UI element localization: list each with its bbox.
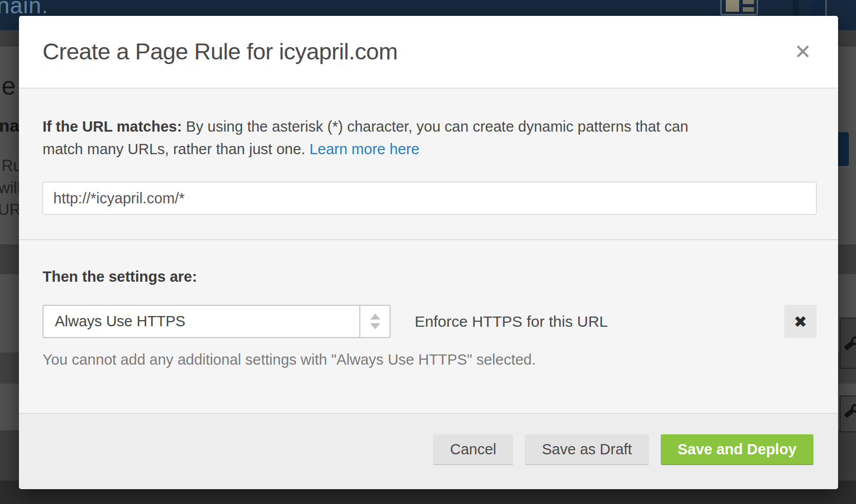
cancel-button[interactable]: Cancel xyxy=(433,434,513,464)
save-as-draft-button[interactable]: Save as Draft xyxy=(525,434,649,464)
setting-select[interactable]: Always Use HTTPS xyxy=(43,305,391,338)
settings-heading: Then the settings are: xyxy=(43,268,817,285)
background-rule-row-fragment xyxy=(840,318,856,369)
setting-row: Always Use HTTPS Enforce HTTPS for this … xyxy=(43,305,817,338)
url-pattern-input[interactable] xyxy=(43,182,817,215)
remove-x-icon: ✖ xyxy=(794,312,807,331)
setting-description: Enforce HTTPS for this URL xyxy=(415,313,608,330)
settings-note: You cannot add any additional settings w… xyxy=(43,351,817,368)
wrench-icon xyxy=(844,406,856,418)
url-match-lead: If the URL matches: xyxy=(43,118,182,135)
modal-header: Create a Page Rule for icyapril.com ✕ xyxy=(19,16,838,89)
background-text-fragment: e xyxy=(2,71,16,101)
save-and-deploy-button[interactable]: Save and Deploy xyxy=(661,434,813,464)
url-match-section: If the URL matches: By using the asteris… xyxy=(19,89,838,215)
background-text-fragment: UR xyxy=(0,201,21,219)
modal-title: Create a Page Rule for icyapril.com xyxy=(43,38,398,65)
modal-footer: Cancel Save as Draft Save and Deploy xyxy=(19,413,838,489)
remove-setting-button[interactable]: ✖ xyxy=(784,305,817,338)
chevron-up-icon xyxy=(370,313,380,320)
background-rule-row-fragment xyxy=(840,395,856,432)
create-page-rule-modal: Create a Page Rule for icyapril.com ✕ If… xyxy=(19,16,838,489)
select-stepper[interactable] xyxy=(359,306,390,337)
setting-select-value: Always Use HTTPS xyxy=(44,313,359,330)
chevron-down-icon xyxy=(370,323,380,329)
close-icon[interactable]: ✕ xyxy=(791,39,814,64)
wrench-icon xyxy=(844,339,856,351)
learn-more-link[interactable]: Learn more here xyxy=(310,141,419,157)
settings-section: Then the settings are: Always Use HTTPS … xyxy=(19,240,838,368)
url-match-help-text: If the URL matches: By using the asteris… xyxy=(43,115,814,160)
background-text-fragment: will xyxy=(0,179,21,197)
card-list-icon xyxy=(720,0,758,15)
